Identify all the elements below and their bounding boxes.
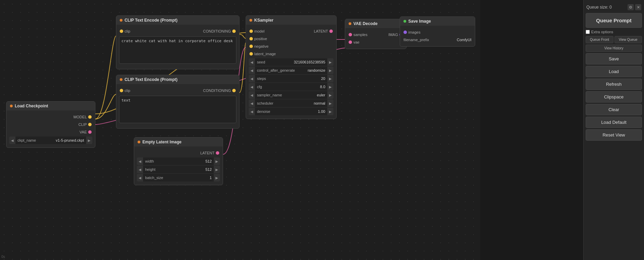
param-scheduler-left[interactable]: ◀ (249, 99, 255, 107)
node-status-dot (120, 78, 122, 81)
output-conditioning-dot (232, 29, 236, 33)
node-status-dot (138, 141, 140, 143)
param-sampler-left[interactable]: ◀ (249, 91, 255, 99)
input-model-dot (249, 29, 253, 33)
param-sampler-row[interactable]: ◀ sampler_name euler ▶ (249, 91, 333, 99)
reset-view-button[interactable]: Reset View (586, 129, 642, 141)
clipspace-button[interactable]: Clipspace (586, 91, 642, 103)
save-images-row: images (400, 28, 475, 36)
clear-button[interactable]: Clear (586, 104, 642, 115)
node-empty-latent-body: LATENT ◀ width 512 ▶ ◀ height 512 ▶ ◀ ba… (134, 146, 223, 185)
output-model-dot (88, 115, 92, 119)
node-vae-decode-body: samples IMAG vae (345, 28, 406, 49)
save-button[interactable]: Save (586, 53, 642, 64)
param-width-right-arrow[interactable]: ▶ (214, 157, 220, 165)
param-scheduler-row[interactable]: ◀ scheduler normal ▶ (249, 99, 333, 107)
param-width-left-arrow[interactable]: ◀ (137, 157, 143, 165)
extra-options-checkbox[interactable] (586, 30, 590, 34)
ksampler-latent-row: latent_image (246, 50, 336, 58)
sub-btns-row: Queue Front View Queue (586, 36, 642, 43)
param-seed-left[interactable]: ◀ (249, 58, 255, 66)
param-height-left-arrow[interactable]: ◀ (137, 166, 143, 173)
queue-header-icons: ⚙ ✕ (628, 4, 641, 10)
param-height-right-arrow[interactable]: ▶ (214, 166, 220, 173)
param-seed-row[interactable]: ◀ seed 321606165238595 ▶ (249, 58, 333, 66)
view-queue-button[interactable]: View Queue (614, 36, 642, 43)
output-clip-row: CLIP (7, 121, 95, 128)
ksampler-model-row: model LATENT (246, 27, 336, 35)
load-button[interactable]: Load (586, 66, 642, 77)
node-ksampler: KSampler model LATENT positive (246, 15, 337, 119)
input-latent-dot (249, 52, 253, 56)
output-latent-label: LATENT (200, 151, 214, 155)
node-status-dot (403, 20, 406, 23)
param-denoise-left[interactable]: ◀ (249, 108, 255, 115)
param-steps-row[interactable]: ◀ steps 20 ▶ (249, 75, 333, 82)
gear-icon-btn[interactable]: ⚙ (628, 4, 634, 10)
param-cfg-left[interactable]: ◀ (249, 83, 255, 91)
param-ckpt-left-arrow[interactable]: ◀ (9, 137, 15, 144)
node-load-checkpoint: Load Checkpoint MODEL CLIP VAE (6, 101, 95, 148)
node-status-dot (249, 19, 252, 22)
load-default-button[interactable]: Load Default (586, 117, 642, 128)
param-steps-left[interactable]: ◀ (249, 75, 255, 82)
node-save-image: Save Image images filename_prefix ComfyU… (400, 16, 475, 47)
save-filename-label: filename_prefix (403, 38, 429, 42)
param-control-left[interactable]: ◀ (249, 67, 255, 74)
param-sampler-value: euler (315, 93, 327, 97)
input-negative-label: negative (254, 44, 269, 48)
param-sampler-right[interactable]: ▶ (327, 91, 333, 99)
input-negative-dot (249, 45, 253, 48)
clip-text-2-textarea[interactable]: text (119, 96, 236, 123)
param-control-row[interactable]: ◀ control_after_generate randomize ▶ (249, 67, 333, 74)
ksampler-positive-row: positive (246, 35, 336, 43)
extra-options-label: Extra options (591, 30, 613, 34)
param-scheduler-right[interactable]: ▶ (327, 99, 333, 107)
canvas[interactable]: Load Checkpoint MODEL CLIP VAE (0, 0, 480, 260)
node-save-image-title: Save Image (408, 19, 431, 24)
param-height-row[interactable]: ◀ height 512 ▶ (137, 166, 220, 173)
node-empty-latent-title: Empty Latent Image (142, 140, 182, 144)
node-ksampler-title: KSampler (254, 18, 273, 23)
param-control-name: control_after_generate (255, 68, 306, 72)
extra-options-row: Extra options (586, 29, 642, 35)
param-ckpt-name: ckpt_name (15, 138, 54, 142)
node-vae-decode: VAE Decode samples IMAG vae (345, 19, 407, 49)
node-clip-text-1: CLIP Text Encode (Prompt) clip CONDITION… (116, 15, 239, 69)
param-cfg-row[interactable]: ◀ cfg 8.0 ▶ (249, 83, 333, 91)
view-history-row: View History (586, 45, 642, 52)
param-steps-right[interactable]: ▶ (327, 75, 333, 82)
param-width-row[interactable]: ◀ width 512 ▶ (137, 157, 220, 165)
param-batch-row[interactable]: ◀ batch_size 1 ▶ (137, 174, 220, 181)
param-denoise-row[interactable]: ◀ denoise 1.00 ▶ (249, 108, 333, 115)
output-vae-dot (88, 130, 92, 134)
param-sampler-name: sampler_name (255, 93, 315, 97)
queue-front-button[interactable]: Queue Front (586, 36, 613, 43)
output-imag-label: IMAG (388, 33, 398, 37)
view-history-button[interactable]: View History (586, 45, 642, 52)
param-ckpt-right-arrow[interactable]: ▶ (86, 137, 92, 144)
param-batch-left-arrow[interactable]: ◀ (137, 174, 143, 181)
node-save-image-header: Save Image (400, 17, 475, 26)
param-seed-right[interactable]: ▶ (327, 58, 333, 66)
param-control-right[interactable]: ▶ (327, 67, 333, 74)
clip-text-2-clip-row: clip CONDITIONING (116, 87, 239, 94)
param-cfg-right[interactable]: ▶ (327, 83, 333, 91)
param-denoise-right[interactable]: ▶ (327, 108, 333, 115)
close-icon-btn[interactable]: ✕ (635, 4, 641, 10)
param-ckpt-row[interactable]: ◀ ckpt_name v1-5-pruned.ckpt ▶ (9, 137, 92, 144)
param-batch-right-arrow[interactable]: ▶ (214, 174, 220, 181)
clip-text-1-clip-row: clip CONDITIONING (116, 27, 239, 35)
param-seed-value: 321606165238595 (292, 60, 327, 64)
node-clip-text-1-title: CLIP Text Encode (Prompt) (125, 18, 177, 23)
param-steps-value: 20 (319, 76, 327, 81)
input-clip-dot (120, 89, 123, 92)
output-model-label: MODEL (73, 115, 87, 119)
output-vae-label: VAE (80, 130, 87, 134)
input-positive-label: positive (254, 37, 267, 41)
refresh-button[interactable]: Refresh (586, 79, 642, 90)
clip-text-1-textarea[interactable]: crate white cat with hat in corporate of… (119, 36, 236, 64)
node-clip-text-2-body: clip CONDITIONING text (116, 84, 239, 128)
queue-prompt-button[interactable]: Queue Prompt (586, 13, 642, 28)
input-vae-label: vae (353, 40, 360, 44)
